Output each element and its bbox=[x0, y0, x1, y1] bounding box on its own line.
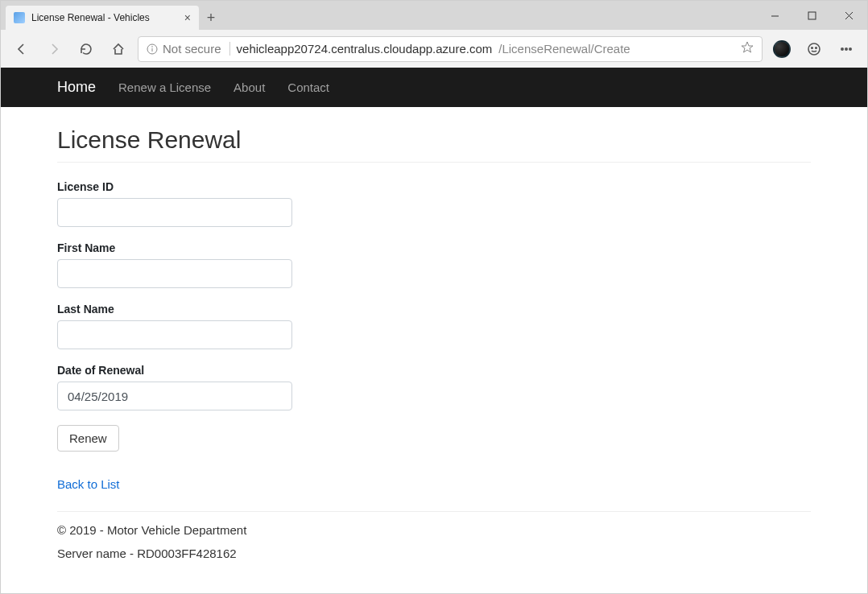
label-last-name: Last Name bbox=[57, 303, 811, 316]
close-window-button[interactable] bbox=[830, 3, 867, 27]
info-icon bbox=[147, 43, 158, 55]
nav-brand[interactable]: Home bbox=[57, 79, 96, 96]
svg-point-13 bbox=[849, 47, 851, 49]
home-button[interactable] bbox=[105, 36, 131, 62]
page-title: License Renewal bbox=[57, 126, 811, 154]
url-input[interactable]: Not secure vehicleapp20724.centralus.clo… bbox=[138, 36, 763, 62]
tab-title: License Renewal - Vehicles bbox=[31, 12, 178, 23]
url-path: /LicenseRenewal/Create bbox=[498, 42, 630, 56]
forward-button[interactable] bbox=[41, 36, 67, 62]
security-label: Not secure bbox=[163, 42, 221, 56]
nav-contact[interactable]: Contact bbox=[287, 80, 329, 94]
label-license-id: License ID bbox=[57, 180, 811, 193]
input-date-of-renewal[interactable] bbox=[57, 382, 292, 410]
site-navbar: Home Renew a License About Contact bbox=[1, 68, 867, 107]
form-group-last-name: Last Name bbox=[57, 303, 811, 349]
input-license-id[interactable] bbox=[57, 198, 292, 227]
back-to-list-link[interactable]: Back to List bbox=[57, 477, 120, 491]
footer-divider bbox=[57, 511, 811, 512]
security-indicator[interactable]: Not secure bbox=[147, 42, 230, 56]
browser-tab[interactable]: License Renewal - Vehicles × bbox=[6, 6, 199, 30]
favorite-icon[interactable] bbox=[741, 41, 754, 56]
title-divider bbox=[57, 162, 811, 163]
svg-point-6 bbox=[151, 46, 153, 47]
globe-icon bbox=[773, 40, 791, 58]
svg-point-12 bbox=[845, 47, 847, 49]
input-first-name[interactable] bbox=[57, 259, 292, 288]
new-tab-button[interactable]: + bbox=[199, 6, 223, 30]
feedback-button[interactable] bbox=[801, 36, 827, 62]
input-last-name[interactable] bbox=[57, 320, 292, 349]
browser-chrome: License Renewal - Vehicles × + bbox=[1, 1, 867, 68]
favicon bbox=[14, 12, 25, 23]
nav-renew-license[interactable]: Renew a License bbox=[118, 80, 211, 94]
footer-copyright: © 2019 - Motor Vehicle Department bbox=[57, 523, 811, 537]
svg-point-9 bbox=[812, 47, 813, 48]
close-tab-icon[interactable]: × bbox=[184, 11, 191, 24]
form-group-first-name: First Name bbox=[57, 241, 811, 288]
address-bar: Not secure vehicleapp20724.centralus.clo… bbox=[1, 30, 867, 68]
window-controls bbox=[756, 1, 867, 30]
more-menu-button[interactable] bbox=[833, 36, 859, 62]
tab-strip: License Renewal - Vehicles × + bbox=[1, 1, 867, 30]
nav-about[interactable]: About bbox=[234, 80, 265, 94]
label-date-of-renewal: Date of Renewal bbox=[57, 364, 811, 377]
svg-rect-1 bbox=[808, 12, 816, 19]
extension-button[interactable] bbox=[769, 36, 795, 62]
svg-point-10 bbox=[816, 47, 817, 48]
minimize-button[interactable] bbox=[756, 3, 793, 27]
refresh-button[interactable] bbox=[73, 36, 99, 62]
back-button[interactable] bbox=[9, 36, 35, 62]
label-first-name: First Name bbox=[57, 241, 811, 254]
svg-point-11 bbox=[841, 47, 843, 49]
form-group-date-of-renewal: Date of Renewal bbox=[57, 364, 811, 410]
renew-button[interactable]: Renew bbox=[57, 425, 119, 452]
footer-server: Server name - RD0003FF428162 bbox=[57, 547, 811, 560]
url-host: vehicleapp20724.centralus.cloudapp.azure… bbox=[237, 42, 493, 56]
svg-marker-7 bbox=[742, 42, 753, 52]
form-group-license-id: License ID bbox=[57, 180, 811, 227]
svg-point-8 bbox=[808, 43, 820, 55]
page-viewport: Home Renew a License About Contact Licen… bbox=[1, 68, 867, 593]
maximize-button[interactable] bbox=[793, 3, 830, 27]
main-container: License Renewal License ID First Name La… bbox=[1, 107, 867, 593]
